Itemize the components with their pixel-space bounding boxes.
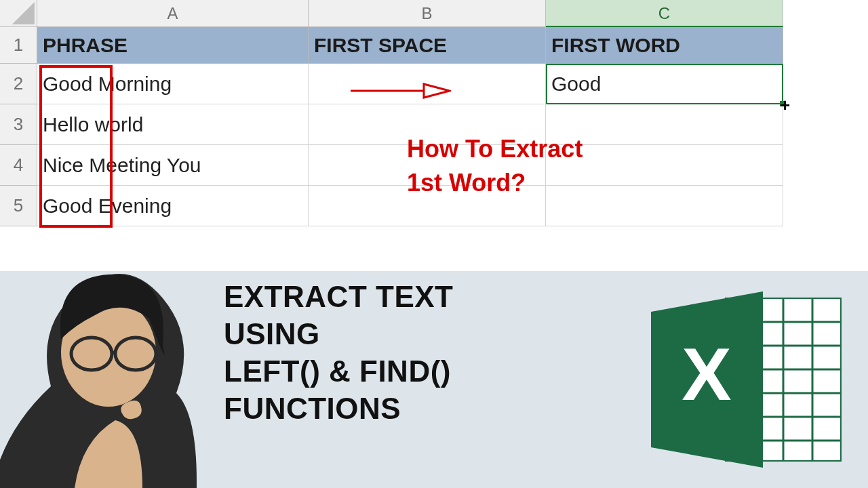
fill-handle-cursor: + bbox=[780, 95, 790, 116]
banner-line3: LEFT() & FIND() bbox=[224, 352, 453, 390]
row-header-3[interactable]: 3 bbox=[0, 104, 37, 145]
svg-text:X: X bbox=[682, 332, 731, 415]
row-header-1[interactable]: 1 bbox=[0, 27, 37, 64]
svg-marker-0 bbox=[12, 2, 35, 24]
row-header-4[interactable]: 4 bbox=[0, 145, 37, 186]
banner-line1: EXTRACT TEXT bbox=[224, 278, 453, 315]
svg-marker-2 bbox=[424, 84, 450, 98]
header-cell-A[interactable]: PHRASE bbox=[37, 27, 309, 64]
highlight-box bbox=[39, 65, 113, 228]
callout-text: How To Extract 1st Word? bbox=[407, 132, 583, 201]
title-banner: EXTRACT TEXT USING LEFT() & FIND() FUNCT… bbox=[0, 271, 868, 488]
header-cell-B[interactable]: FIRST SPACE bbox=[309, 27, 546, 64]
banner-line2: USING bbox=[224, 315, 453, 352]
column-header-B[interactable]: B bbox=[309, 0, 546, 27]
svg-point-7 bbox=[96, 458, 121, 471]
row-headers: 12345 bbox=[0, 27, 37, 226]
column-header-C[interactable]: C bbox=[546, 0, 783, 27]
arrow-icon bbox=[349, 80, 451, 102]
excel-logo-icon: X bbox=[644, 285, 848, 474]
select-all-corner[interactable] bbox=[0, 0, 37, 27]
column-header-A[interactable]: A bbox=[37, 0, 309, 27]
row-header-2[interactable]: 2 bbox=[0, 64, 37, 104]
banner-title: EXTRACT TEXT USING LEFT() & FIND() FUNCT… bbox=[224, 278, 453, 427]
header-cell-C[interactable]: FIRST WORD bbox=[546, 27, 783, 64]
presenter-image bbox=[0, 237, 224, 488]
callout-line2: 1st Word? bbox=[407, 166, 583, 200]
column-headers: ABC bbox=[37, 0, 783, 27]
banner-line4: FUNCTIONS bbox=[224, 390, 453, 427]
callout-line1: How To Extract bbox=[407, 132, 583, 166]
row-header-5[interactable]: 5 bbox=[0, 186, 37, 226]
cell-C2[interactable]: Good bbox=[546, 64, 783, 104]
